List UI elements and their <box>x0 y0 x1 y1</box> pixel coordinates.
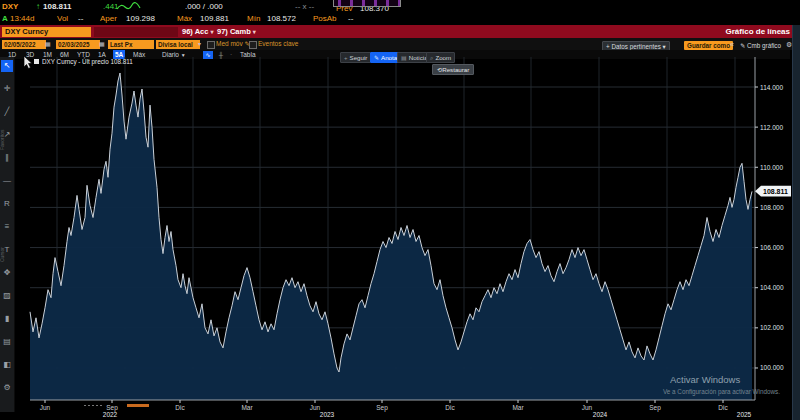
x-axis-month-label: Jun <box>40 404 51 411</box>
x-axis-month-label: Mar <box>241 404 253 411</box>
series-legend[interactable]: DXY Curncy - Últ precio 108.811 <box>34 58 133 66</box>
activate-windows-watermark: Activar Windows <box>670 374 740 385</box>
zoom-icon: ⌕ <box>430 55 433 61</box>
eraser-tool[interactable]: ▨ <box>1 290 13 302</box>
x-axis-year-label: 2023 <box>320 411 335 418</box>
restore-button[interactable]: ⟲Restaurar <box>432 64 474 75</box>
last-price-badge-value: 108.811 <box>763 188 788 195</box>
toolbar-group-label: Favoritos <box>0 129 5 150</box>
move-tool[interactable]: ✥ <box>1 267 13 279</box>
y-axis-label: 102.000 <box>760 324 784 331</box>
trendline-tool[interactable]: ╱ <box>1 106 13 118</box>
annotation-toolbar: ↖✛╱↗∥—R≡T✥▨▮▤◧⚙FavoritosCursor <box>0 57 15 412</box>
x-axis-month-label: Dic <box>718 404 728 411</box>
scrollbar-thumb[interactable] <box>127 404 149 407</box>
anotar-icon: ✎ <box>374 55 379 61</box>
horizontal-line-tool[interactable]: — <box>1 175 13 187</box>
x-axis-month-label: Sep <box>376 404 388 412</box>
price-area-fill <box>30 73 752 400</box>
series-legend-label: DXY Curncy - Últ precio 108.811 <box>42 58 133 65</box>
toolbar-group-label: Cursor <box>0 247 5 262</box>
x-axis-year-label: 2025 <box>737 411 752 418</box>
chart-button-zoom[interactable]: ⌕Zoom <box>426 52 455 63</box>
channel-tool[interactable]: ∥ <box>1 152 13 164</box>
regression-tool[interactable]: R <box>1 198 13 210</box>
x-axis-year-label: 2022 <box>103 411 118 418</box>
series-checkbox[interactable] <box>34 59 39 64</box>
fibonacci-tool[interactable]: ≡ <box>1 221 13 233</box>
y-axis-label: 108.000 <box>760 204 784 211</box>
y-axis-label: 104.000 <box>760 284 784 291</box>
y-axis-label: 100.000 <box>760 364 784 371</box>
x-axis-month-label: Sep <box>649 404 661 412</box>
activate-windows-subtext: Ve a Configuración para activar Windows. <box>663 388 780 395</box>
chart-button-seguir[interactable]: +Seguir <box>340 52 371 63</box>
y-axis-label: 106.000 <box>760 244 784 251</box>
pointer-tool[interactable]: ↖ <box>1 60 13 72</box>
x-axis-month-label: Jun <box>582 404 593 411</box>
crosshair-tool[interactable]: ✛ <box>1 83 13 95</box>
x-axis-year-label: 2024 <box>593 411 608 418</box>
seguir-icon: + <box>344 55 348 61</box>
list-tool[interactable]: ▤ <box>1 336 13 348</box>
x-axis-month-label: Dic <box>445 404 455 411</box>
y-axis-label: 112.000 <box>760 124 783 131</box>
x-axis-month-label: Dic <box>175 404 185 411</box>
y-axis-label: 110.000 <box>760 164 783 171</box>
y-axis-label: 114.000 <box>760 84 783 91</box>
bloomberg-terminal-window: DXY ↑ 108.811 .441 .000 / .000 -- x -- P… <box>0 0 800 420</box>
window-edge-strip <box>792 25 800 420</box>
settings-tool[interactable]: ⚙ <box>1 382 13 394</box>
scrollbar-track-dots <box>84 405 104 406</box>
x-axis-month-label: Mar <box>512 404 524 411</box>
noticias-icon: ▤ <box>401 55 407 61</box>
rectangle-tool[interactable]: ▮ <box>1 313 13 325</box>
x-axis-month-label: Jun <box>310 404 321 411</box>
mouse-cursor-icon <box>23 56 33 69</box>
palette-tool[interactable]: ◧ <box>1 359 13 371</box>
